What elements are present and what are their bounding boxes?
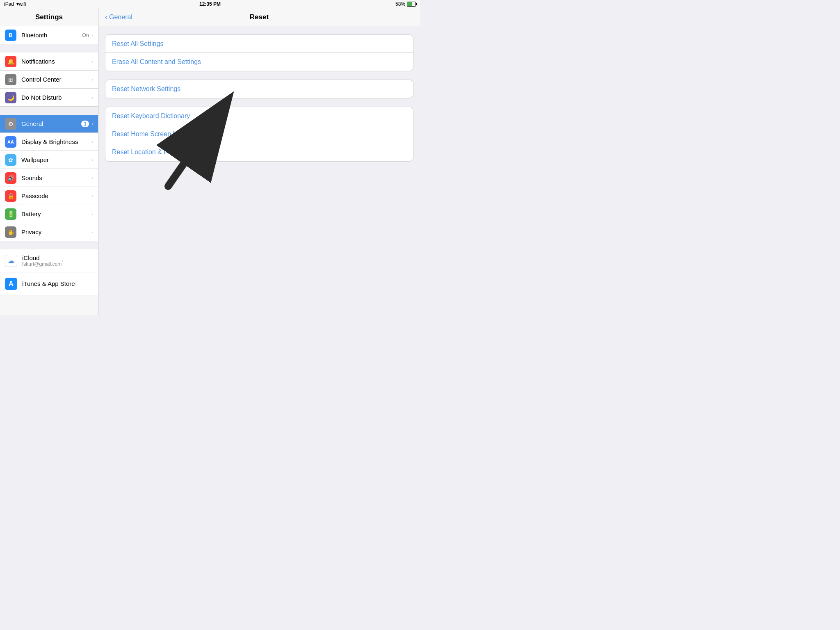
back-label: General	[109, 14, 132, 21]
reset-home-screen-row[interactable]: Reset Home Screen Layout	[105, 125, 413, 143]
bluetooth-label: Bluetooth	[21, 32, 82, 39]
sidebar-header: Settings	[0, 8, 98, 26]
notifications-label: Notifications	[21, 58, 91, 65]
sidebar-item-general[interactable]: ⚙ General 1 ›	[0, 115, 98, 133]
reset-group-2: Reset Network Settings	[105, 80, 413, 98]
icloud-info: iCloud fskurt@gmail.com	[22, 254, 62, 267]
ipad-label: iPad	[4, 1, 14, 7]
erase-all-content-row[interactable]: Erase All Content and Settings	[105, 53, 413, 71]
back-chevron-icon: ‹	[105, 13, 107, 21]
battery-settings-icon: 🔋	[5, 208, 16, 220]
reset-all-settings-label: Reset All Settings	[112, 40, 163, 48]
bluetooth-value: On	[82, 32, 89, 38]
reset-network-settings-label: Reset Network Settings	[112, 85, 180, 93]
sidebar-item-dnd[interactable]: 🌙 Do Not Disturb ›	[0, 89, 98, 107]
battery-label: Battery	[21, 210, 91, 217]
passcode-label: Passcode	[21, 192, 91, 199]
notifications-icon: 🔔	[5, 56, 16, 67]
general-label: General	[21, 120, 81, 127]
dnd-icon: 🌙	[5, 92, 16, 103]
control-center-label: Control Center	[21, 76, 91, 83]
bluetooth-icon: B	[5, 30, 16, 41]
battery-label: 58%	[395, 1, 405, 7]
status-left: iPad ▾wifi	[4, 1, 26, 7]
sidebar-item-icloud[interactable]: ☁ iCloud fskurt@gmail.com ›	[0, 249, 98, 272]
sounds-icon: 🔊	[5, 172, 16, 184]
passcode-icon: 🔒	[5, 190, 16, 202]
sidebar-item-wallpaper[interactable]: ✿ Wallpaper ›	[0, 151, 98, 169]
icloud-name: iCloud	[22, 254, 62, 261]
right-content: Reset All Settings Erase All Content and…	[98, 26, 420, 315]
reset-group-1: Reset All Settings Erase All Content and…	[105, 34, 413, 71]
battery-icon	[407, 2, 416, 7]
privacy-label: Privacy	[21, 228, 91, 235]
reset-keyboard-dictionary-label: Reset Keyboard Dictionary	[112, 112, 190, 120]
dnd-label: Do Not Disturb	[21, 94, 91, 101]
sidebar: Settings B Bluetooth On › 🔔 Notification…	[0, 8, 98, 315]
sidebar-title: Settings	[35, 13, 63, 21]
sidebar-item-notifications[interactable]: 🔔 Notifications ›	[0, 52, 98, 71]
appstore-name: iTunes & App Store	[22, 280, 75, 287]
bluetooth-chevron-icon: ›	[91, 32, 93, 38]
status-right: 58%	[395, 1, 416, 7]
app-container: Settings B Bluetooth On › 🔔 Notification…	[0, 8, 420, 315]
section-gap-2	[0, 107, 98, 115]
reset-location-privacy-row[interactable]: Reset Location & Privacy	[105, 143, 413, 161]
general-badge: 1	[81, 121, 89, 127]
erase-all-content-label: Erase All Content and Settings	[112, 58, 201, 66]
appstore-icon: A	[5, 278, 17, 290]
sidebar-item-display[interactable]: AA Display & Brightness ›	[0, 133, 98, 151]
notifications-chevron-icon: ›	[91, 59, 93, 64]
reset-network-settings-row[interactable]: Reset Network Settings	[105, 80, 413, 98]
wallpaper-label: Wallpaper	[21, 156, 91, 163]
reset-group-3: Reset Keyboard Dictionary Reset Home Scr…	[105, 107, 413, 162]
privacy-chevron-icon: ›	[91, 229, 93, 235]
right-header: ‹ General Reset	[98, 8, 420, 26]
control-center-chevron-icon: ›	[91, 77, 93, 82]
sidebar-list: B Bluetooth On › 🔔 Notifications › ⊞ Con…	[0, 26, 98, 315]
time-display: 12:35 PM	[199, 1, 221, 7]
display-label: Display & Brightness	[21, 138, 91, 145]
icloud-icon: ☁	[5, 255, 17, 267]
sidebar-item-appstore[interactable]: A iTunes & App Store ›	[0, 272, 98, 295]
dnd-chevron-icon: ›	[91, 95, 93, 100]
control-center-icon: ⊞	[5, 74, 16, 85]
right-panel-title: Reset	[250, 13, 269, 21]
reset-location-privacy-label: Reset Location & Privacy	[112, 148, 185, 156]
section-gap-1	[0, 44, 98, 52]
sidebar-item-privacy[interactable]: ✋ Privacy ›	[0, 223, 98, 241]
display-icon: AA	[5, 136, 16, 148]
right-panel: ‹ General Reset Reset All Settings Erase…	[98, 8, 420, 315]
sidebar-item-control-center[interactable]: ⊞ Control Center ›	[0, 71, 98, 89]
sounds-chevron-icon: ›	[91, 175, 93, 181]
general-chevron-icon: ›	[91, 121, 93, 127]
reset-home-screen-label: Reset Home Screen Layout	[112, 130, 193, 138]
wifi-icon: ▾wifi	[16, 1, 26, 7]
battery-chevron-icon: ›	[91, 211, 93, 217]
reset-all-settings-row[interactable]: Reset All Settings	[105, 35, 413, 53]
display-chevron-icon: ›	[91, 139, 93, 145]
sounds-label: Sounds	[21, 174, 91, 181]
appstore-chevron-icon: ›	[75, 281, 77, 287]
passcode-chevron-icon: ›	[91, 193, 93, 199]
icloud-chevron-icon: ›	[62, 258, 63, 264]
appstore-info: iTunes & App Store	[22, 280, 75, 287]
sidebar-item-passcode[interactable]: 🔒 Passcode ›	[0, 187, 98, 205]
status-bar: iPad ▾wifi 12:35 PM 58%	[0, 0, 420, 8]
reset-keyboard-dictionary-row[interactable]: Reset Keyboard Dictionary	[105, 107, 413, 125]
back-button[interactable]: ‹ General	[105, 13, 132, 21]
privacy-icon: ✋	[5, 226, 16, 238]
sidebar-item-bluetooth[interactable]: B Bluetooth On ›	[0, 26, 98, 44]
wallpaper-chevron-icon: ›	[91, 157, 93, 163]
wallpaper-icon: ✿	[5, 154, 16, 166]
sidebar-item-battery[interactable]: 🔋 Battery ›	[0, 205, 98, 223]
general-icon: ⚙	[5, 118, 16, 130]
icloud-email: fskurt@gmail.com	[22, 261, 62, 267]
sidebar-item-sounds[interactable]: 🔊 Sounds ›	[0, 169, 98, 187]
section-gap-3	[0, 241, 98, 249]
